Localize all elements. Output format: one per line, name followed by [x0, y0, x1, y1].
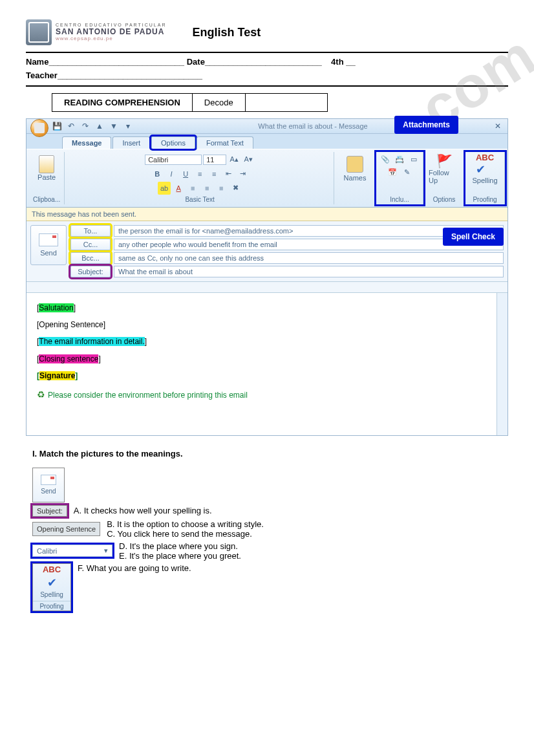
basic-text-group: Calibri 11 A▴ A▾ B I U ≡ ≡ ⇤ ⇥ ab A ≡ ≡ … [66, 152, 334, 204]
clipboard-label: Clipboa... [33, 196, 60, 203]
shrink-font-icon[interactable]: A▾ [242, 153, 255, 166]
spelling-button[interactable]: ABC✔ Spelling [469, 153, 500, 184]
close-icon[interactable]: ✕ [492, 121, 504, 131]
option-b: B. It is the option to choose a writing … [107, 519, 264, 529]
crest-icon [26, 19, 52, 45]
teacher-field[interactable]: Teacher_______________________________ [26, 70, 202, 80]
clear-format-icon[interactable]: ✖ [229, 182, 242, 195]
indent-icon[interactable]: ⇥ [236, 167, 249, 180]
include-group: 📎 📇 ▭ 📅 ✎ Inclu... [376, 152, 423, 204]
box-cell2: Decode [192, 93, 245, 111]
closing-placeholder: Closing sentence [39, 354, 98, 363]
signature-placeholder: Signature [39, 371, 75, 380]
match-spelling-image: ABC ✔ Spelling Proofing [32, 563, 71, 611]
proofing-label: Proofing [473, 196, 497, 203]
instruction-box: READING COMPREHENSION Decode [52, 93, 328, 112]
spelling-label: Spelling [472, 177, 497, 184]
match-subject-image: Subject: [32, 505, 67, 517]
followup-button[interactable]: 🚩 Follow Up [429, 153, 460, 184]
font-size-selector[interactable]: 11 [203, 155, 226, 165]
align-right-icon[interactable]: ≡ [215, 182, 228, 195]
leaf-icon: ♻ [37, 389, 45, 400]
form-fields: Name_____________________________ Date__… [26, 52, 508, 87]
send-button[interactable]: Send [30, 225, 67, 265]
subject-button[interactable]: Subject: [70, 266, 111, 277]
tab-insert[interactable]: Insert [112, 136, 150, 149]
font-selector[interactable]: Calibri [145, 155, 202, 165]
to-button[interactable]: To... [70, 225, 111, 237]
address-book-icon [347, 156, 363, 173]
clipboard-group: Paste Clipboa... [29, 152, 65, 204]
undo-icon[interactable]: ↶ [65, 121, 77, 131]
bullets-icon[interactable]: ≡ [193, 167, 206, 180]
prev-icon[interactable]: ▲ [94, 121, 105, 131]
grade-field[interactable]: 4th __ [331, 57, 356, 67]
office-orb-icon[interactable] [30, 119, 48, 137]
detail-placeholder: The email information in detail. [39, 337, 144, 346]
attach-item-icon[interactable]: 📇 [393, 153, 406, 166]
cc-button[interactable]: Cc... [70, 239, 111, 250]
email-body[interactable]: [Salutation] [Opening Sentence] [The ema… [27, 293, 507, 435]
font-color-icon[interactable]: A [172, 182, 185, 195]
logo-line3: www.cepsap.edu.pe [56, 36, 166, 42]
business-card-icon[interactable]: ▭ [407, 153, 420, 166]
page-title: English Test [192, 26, 261, 39]
outdent-icon[interactable]: ⇤ [222, 167, 235, 180]
italic-button[interactable]: I [165, 167, 178, 180]
match-proofing-label: Proofing [33, 601, 70, 610]
document-header: CENTRO EDUCATIVO PARTICULAR SAN ANTONIO … [26, 19, 508, 45]
qat-more-icon[interactable]: ▾ [122, 121, 134, 131]
save-icon[interactable]: 💾 [51, 121, 63, 131]
highlight-icon[interactable]: ab [158, 182, 171, 195]
paste-label: Paste [37, 173, 56, 181]
paste-button[interactable]: Paste [34, 153, 59, 183]
option-d: D. It's the place where you sign. [119, 541, 241, 551]
attach-file-icon[interactable]: 📎 [379, 153, 392, 166]
email-app-window: Attachments 💾 ↶ ↷ ▲ ▼ ▾ What the email i… [26, 118, 508, 436]
signature-icon[interactable]: ✎ [400, 166, 413, 179]
opening-placeholder: [Opening Sentence] [37, 316, 497, 333]
subject-input[interactable]: What the email is about [114, 266, 504, 277]
tab-options[interactable]: Options [151, 136, 195, 149]
option-e: E. It's the place where you greet. [119, 551, 241, 561]
underline-button[interactable]: U [179, 167, 192, 180]
bcc-button[interactable]: Bcc... [70, 252, 111, 264]
send-label: Send [40, 249, 57, 257]
flag-icon: 🚩 [436, 153, 453, 169]
chevron-down-icon: ▾ [104, 546, 108, 555]
ribbon-tabs: Message Insert Options Format Text [27, 134, 507, 149]
calendar-icon[interactable]: 📅 [386, 166, 399, 179]
tab-format-text[interactable]: Format Text [197, 136, 253, 149]
include-label: Inclu... [390, 196, 409, 203]
bold-button[interactable]: B [151, 167, 164, 180]
numbering-icon[interactable]: ≡ [208, 167, 220, 180]
redo-icon[interactable]: ↷ [80, 121, 91, 131]
align-left-icon[interactable]: ≡ [186, 182, 199, 195]
paste-icon [39, 155, 54, 173]
next-icon[interactable]: ▼ [108, 121, 120, 131]
abc-icon: ABC [43, 565, 61, 574]
box-cell1: READING COMPREHENSION [52, 93, 193, 111]
not-sent-bar: This message has not been sent. [27, 208, 507, 221]
envelope-icon [41, 475, 56, 485]
name-field[interactable]: Name_____________________________ [26, 57, 184, 67]
option-a: A. It checks how well your spelling is. [74, 506, 212, 515]
date-field[interactable]: Date_________________________ [187, 57, 322, 67]
ribbon: Paste Clipboa... Calibri 11 A▴ A▾ B I U … [27, 149, 507, 208]
names-button[interactable]: Names [339, 153, 370, 184]
box-cell3 [245, 93, 327, 111]
address-area: Spell Check Send To... the person the em… [27, 221, 507, 282]
spellcheck-callout: Spell Check [443, 228, 504, 246]
grow-font-icon[interactable]: A▴ [228, 153, 240, 166]
align-center-icon[interactable]: ≡ [200, 182, 213, 195]
scrollbar[interactable] [497, 293, 507, 435]
environment-msg: Please consider the environment before p… [48, 391, 248, 400]
exercise-heading: I. Match the pictures to the meanings. [32, 449, 508, 459]
match-font-image: Calibri ▾ [32, 545, 112, 557]
ruler [27, 282, 507, 293]
match-send-image: Send [32, 468, 65, 502]
tab-message[interactable]: Message [62, 136, 111, 149]
names-group: Names [336, 152, 375, 204]
bcc-input[interactable]: same as Cc, only no one can see this add… [114, 252, 504, 264]
abc-icon: ABC✔ [476, 153, 494, 177]
